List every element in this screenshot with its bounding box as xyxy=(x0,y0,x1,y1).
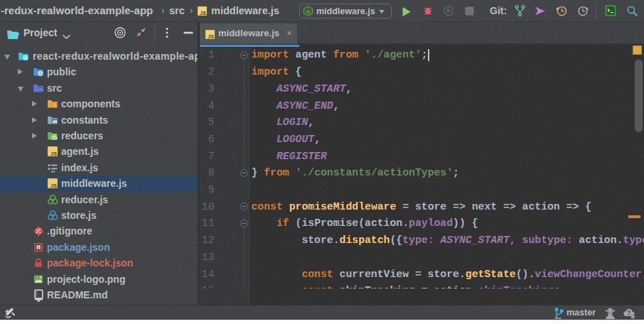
svg-text:JS: JS xyxy=(50,151,57,157)
svg-text:JS: JS xyxy=(50,183,57,189)
svg-text:</>: </> xyxy=(37,87,43,92)
svg-text:JS: JS xyxy=(208,34,214,39)
svg-text:JS: JS xyxy=(200,11,206,16)
svg-text:n: n xyxy=(306,9,309,15)
svg-text:?: ? xyxy=(627,309,630,316)
